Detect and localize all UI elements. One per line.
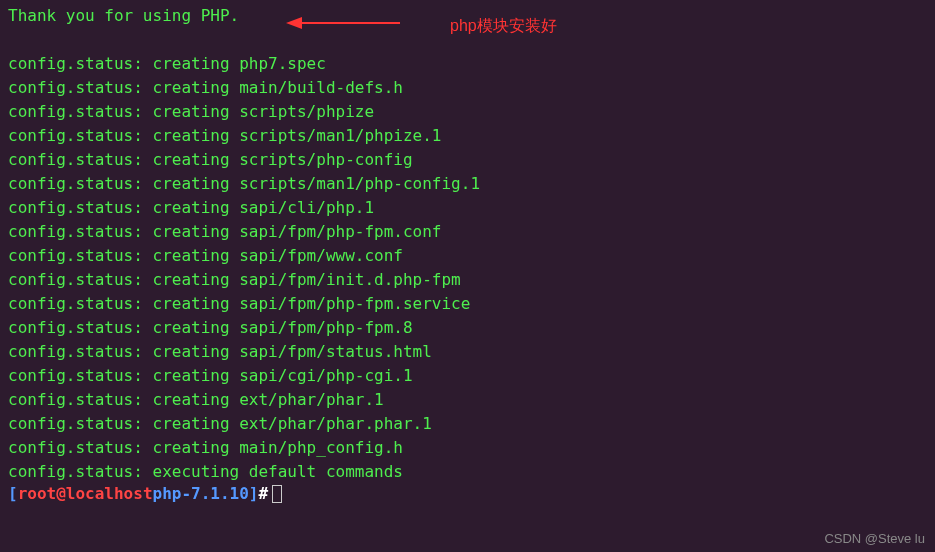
config-status-line: config.status: creating main/build-defs.… [8, 76, 927, 100]
watermark: CSDN @Steve lu [824, 531, 925, 546]
config-status-line: config.status: creating sapi/fpm/php-fpm… [8, 316, 927, 340]
prompt-user: root [18, 484, 57, 503]
config-status-line: config.status: creating scripts/phpize [8, 100, 927, 124]
config-status-line: config.status: creating sapi/cli/php.1 [8, 196, 927, 220]
config-status-line: config.status: creating sapi/fpm/init.d.… [8, 268, 927, 292]
cursor-icon [272, 485, 282, 503]
prompt-host: localhost [66, 484, 153, 503]
config-status-line: config.status: creating php7.spec [8, 52, 927, 76]
prompt-path: php-7.1.10 [153, 484, 249, 503]
config-status-line: config.status: creating sapi/fpm/www.con… [8, 244, 927, 268]
config-output: config.status: creating php7.specconfig.… [8, 52, 927, 484]
config-status-line: config.status: creating sapi/fpm/php-fpm… [8, 220, 927, 244]
config-status-line: config.status: creating scripts/man1/php… [8, 124, 927, 148]
config-status-line: config.status: creating scripts/man1/php… [8, 172, 927, 196]
config-status-line: config.status: creating sapi/fpm/php-fpm… [8, 292, 927, 316]
prompt-hash: # [258, 484, 268, 503]
config-status-line: config.status: creating sapi/cgi/php-cgi… [8, 364, 927, 388]
config-status-line: config.status: executing default command… [8, 460, 927, 484]
config-status-line: config.status: creating sapi/fpm/status.… [8, 340, 927, 364]
shell-prompt[interactable]: [root@localhost php-7.1.10]# [8, 484, 927, 503]
config-status-line: config.status: creating ext/phar/phar.ph… [8, 412, 927, 436]
annotation-label: php模块安装好 [450, 16, 557, 37]
prompt-at: @ [56, 484, 66, 503]
config-status-line: config.status: creating scripts/php-conf… [8, 148, 927, 172]
config-status-line: config.status: creating main/php_config.… [8, 436, 927, 460]
config-status-line: config.status: creating ext/phar/phar.1 [8, 388, 927, 412]
prompt-close-bracket: ] [249, 484, 259, 503]
prompt-open-bracket: [ [8, 484, 18, 503]
